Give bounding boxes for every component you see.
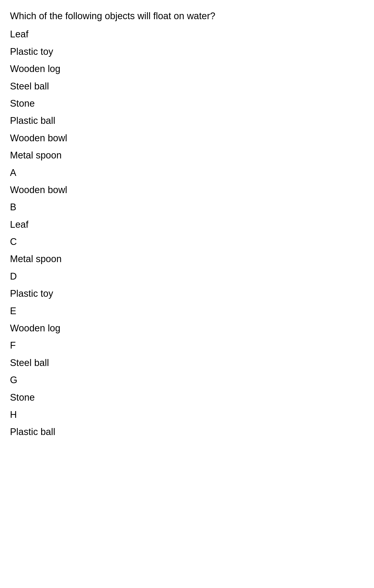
- list-item-label-h: H: [10, 406, 364, 423]
- list-item-label-f: F: [10, 337, 364, 354]
- list-item-item-wooden-log-e: Wooden log: [10, 320, 364, 337]
- list-item-item-steel-ball-header: Steel ball: [10, 78, 364, 95]
- list-item-label-a: A: [10, 164, 364, 181]
- list-item-item-leaf-b: Leaf: [10, 216, 364, 233]
- list-item-item-wooden-log-header: Wooden log: [10, 60, 364, 77]
- list-item-label-d: D: [10, 268, 364, 285]
- list-item-label-g: G: [10, 371, 364, 389]
- list-item-item-metal-spoon-c: Metal spoon: [10, 250, 364, 268]
- main-content: Which of the following objects will floa…: [10, 7, 364, 441]
- items-list: LeafPlastic toyWooden logSteel ballStone…: [10, 26, 364, 441]
- list-item-item-plastic-ball-h: Plastic ball: [10, 423, 364, 441]
- list-item-item-wooden-bowl-a: Wooden bowl: [10, 181, 364, 199]
- question-text: Which of the following objects will floa…: [10, 7, 364, 25]
- list-item-item-steel-ball-f: Steel ball: [10, 354, 364, 371]
- list-item-item-stone-header: Stone: [10, 95, 364, 112]
- list-item-item-leaf-header: Leaf: [10, 26, 364, 43]
- list-item-item-wooden-bowl-header: Wooden bowl: [10, 130, 364, 147]
- list-item-label-b: B: [10, 199, 364, 216]
- list-item-label-c: C: [10, 233, 364, 250]
- list-item-item-plastic-toy-header: Plastic toy: [10, 43, 364, 60]
- list-item-label-e: E: [10, 302, 364, 320]
- list-item-item-metal-spoon-header: Metal spoon: [10, 147, 364, 164]
- list-item-item-stone-g: Stone: [10, 389, 364, 406]
- list-item-item-plastic-toy-d: Plastic toy: [10, 285, 364, 302]
- list-item-item-plastic-ball-header: Plastic ball: [10, 112, 364, 129]
